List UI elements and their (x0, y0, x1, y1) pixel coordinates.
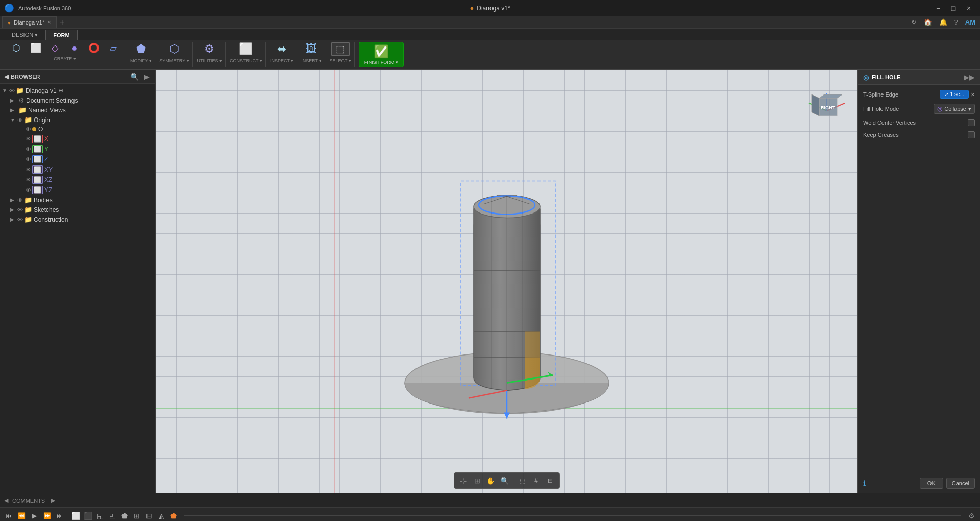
browser-item-bodies[interactable]: ▶ 👁 📁 Bodies (0, 195, 155, 205)
fh-fill-mode-dropdown[interactable]: ◎ Collapse ▾ (934, 104, 975, 114)
fh-tspline-clear-button[interactable]: × (971, 90, 975, 99)
tab-design[interactable]: DESIGN ▾ (4, 29, 45, 40)
anim-last-button[interactable]: ⏭ (54, 510, 65, 522)
utilities-label[interactable]: UTILITIES ▾ (197, 58, 223, 63)
origin-y-vis-icon[interactable]: 👁 (26, 146, 31, 152)
viewport-grid-mode[interactable]: # (530, 475, 543, 487)
visibility-icon[interactable]: 👁 (9, 88, 15, 94)
origin-xz-vis-icon[interactable]: 👁 (26, 177, 31, 183)
viewport-coord-btn[interactable]: ⊹ (457, 475, 470, 487)
anim-prev-button[interactable]: ⏪ (16, 510, 27, 522)
toolbar-create-sphere[interactable]: ● (65, 42, 84, 54)
sketches-vis-icon[interactable]: 👁 (17, 207, 23, 213)
toolbar-create-cyl[interactable]: ⭕ (85, 42, 103, 54)
browser-item-origin-z[interactable]: 👁 ⬜ Z (0, 154, 155, 164)
symmetry-label[interactable]: SYMMETRY ▾ (159, 58, 189, 63)
viewport[interactable]: RIGHT ⊹ ⊞ ✋ 🔍 ⬚ # ⊟ (156, 70, 857, 493)
browser-search-button[interactable]: 🔍 (129, 72, 140, 81)
tab-form[interactable]: FORM (45, 30, 77, 40)
browser-expand-button[interactable]: ▶ (142, 72, 151, 81)
tab-nav-refresh[interactable]: ↻ (909, 17, 919, 28)
minimize-button[interactable]: − (931, 3, 945, 14)
tab-nav-bell[interactable]: 🔔 (937, 17, 950, 28)
anim-tool-5[interactable]: ⬟ (119, 510, 130, 522)
tab-nav-user[interactable]: AM (963, 17, 978, 28)
browser-item-construction[interactable]: ▶ 👁 📁 Construction (0, 215, 155, 224)
fill-hole-expand-button[interactable]: ▶▶ (964, 73, 975, 81)
origin-xy-vis-icon[interactable]: 👁 (26, 167, 31, 173)
toolbar-inspect-main[interactable]: ⬌ (273, 42, 291, 56)
browser-item-sketches[interactable]: ▶ 👁 📁 Sketches (0, 205, 155, 215)
toolbar-create-plane[interactable]: ◇ (46, 42, 64, 54)
fh-weld-checkbox[interactable] (968, 119, 975, 126)
origin-o-vis-icon[interactable]: 👁 (26, 126, 31, 132)
select-label[interactable]: SELECT ▾ (329, 58, 351, 63)
toolbar-create-wedge[interactable]: ▱ (104, 42, 122, 54)
browser-item-origin-xy[interactable]: 👁 ⬜ XY (0, 164, 155, 175)
anim-playhead[interactable] (184, 515, 961, 516)
origin-vis-icon[interactable]: 👁 (17, 117, 23, 123)
browser-collapse-icon[interactable]: ◀ (4, 73, 9, 80)
add-tab-button[interactable]: + (57, 17, 67, 28)
tab-nav-home[interactable]: 🏠 (921, 17, 935, 28)
comments-collapse-icon[interactable]: ◀ (4, 497, 8, 504)
anim-next-button[interactable]: ⏩ (41, 510, 53, 522)
anim-tool-1[interactable]: ⬜ (70, 510, 81, 522)
viewport-grid-toggle[interactable]: ⊞ (471, 475, 483, 487)
anim-tool-6[interactable]: ⊞ (131, 510, 142, 522)
navigation-cube[interactable]: RIGHT (806, 90, 847, 131)
anim-tool-2[interactable]: ⬛ (82, 510, 93, 522)
fh-info-button[interactable]: ℹ (863, 479, 866, 487)
viewport-zoom-btn[interactable]: 🔍 (499, 475, 511, 487)
finish-form-button[interactable]: ✅ FINISH FORM ▾ (359, 42, 404, 67)
toolbar-select-main[interactable]: ⬚ (331, 42, 350, 56)
modify-label[interactable]: MODIFY ▾ (130, 58, 152, 63)
viewport-visual-mode[interactable]: ⊟ (544, 475, 556, 487)
toolbar-utilities-main[interactable]: ⚙ (200, 42, 218, 56)
browser-item-origin-y[interactable]: 👁 ⬜ Y (0, 144, 155, 154)
toolbar-symmetry-main[interactable]: ⬡ (165, 42, 183, 56)
fh-creases-checkbox[interactable] (968, 131, 975, 138)
browser-root-item[interactable]: ▼ 👁 📁 Dianoga v1 ⊕ (0, 86, 155, 96)
toolbar-create-box[interactable]: ⬜ (27, 42, 45, 54)
construction-vis-icon[interactable]: 👁 (17, 217, 23, 223)
toolbar-insert-main[interactable]: 🖼 (302, 42, 321, 56)
browser-item-origin[interactable]: ▼ 👁 📁 Origin (0, 115, 155, 125)
origin-x-vis-icon[interactable]: 👁 (26, 136, 31, 142)
toolbar-construct-main[interactable]: ⬜ (236, 42, 255, 56)
browser-item-origin-xz[interactable]: 👁 ⬜ XZ (0, 175, 155, 185)
browser-item-origin-o[interactable]: 👁 O (0, 125, 155, 134)
root-item-badge[interactable]: ⊕ (59, 87, 63, 94)
settings-button[interactable]: ⚙ (966, 510, 977, 522)
fh-cancel-button[interactable]: Cancel (946, 478, 975, 489)
anim-tool-7[interactable]: ⊟ (143, 510, 155, 522)
viewport-display-mode[interactable]: ⬚ (517, 475, 529, 487)
bodies-vis-icon[interactable]: 👁 (17, 197, 23, 203)
comments-expand-icon[interactable]: ▶ (51, 497, 55, 504)
origin-yz-vis-icon[interactable]: 👁 (26, 187, 31, 193)
anim-tool-8[interactable]: ◭ (156, 510, 167, 522)
close-tab-button[interactable]: × (47, 19, 51, 26)
origin-z-vis-icon[interactable]: 👁 (26, 156, 31, 162)
tab-nav-question[interactable]: ? (952, 17, 961, 28)
fh-ok-button[interactable]: OK (920, 478, 943, 489)
anim-tool-3[interactable]: ◱ (94, 510, 106, 522)
anim-tool-4[interactable]: ◰ (107, 510, 118, 522)
browser-item-doc-settings[interactable]: ▶ ⚙ Document Settings (0, 96, 155, 105)
browser-item-origin-x[interactable]: 👁 ⬜ X (0, 134, 155, 144)
browser-item-origin-yz[interactable]: 👁 ⬜ YZ (0, 185, 155, 195)
insert-label[interactable]: INSERT ▾ (301, 58, 322, 63)
maximize-button[interactable]: □ (946, 3, 961, 14)
inspect-label[interactable]: INSPECT ▾ (270, 58, 293, 63)
anim-play-button[interactable]: ▶ (29, 510, 40, 522)
anim-tool-9[interactable]: ⬟ (168, 510, 179, 522)
browser-item-named-views[interactable]: ▶ 📁 Named Views (0, 105, 155, 115)
anim-first-button[interactable]: ⏮ (3, 510, 14, 522)
close-button[interactable]: × (962, 3, 976, 14)
viewport-orbit-btn[interactable]: ✋ (485, 475, 497, 487)
toolbar-create-sketch[interactable]: ⬡ (7, 42, 26, 54)
construct-label[interactable]: CONSTRUCT ▾ (230, 58, 262, 63)
create-label[interactable]: CREATE ▾ (54, 56, 76, 61)
fh-tspline-selection-button[interactable]: ↗ 1 se... (940, 90, 969, 99)
document-tab[interactable]: ● Dianoga v1* × (2, 16, 57, 28)
